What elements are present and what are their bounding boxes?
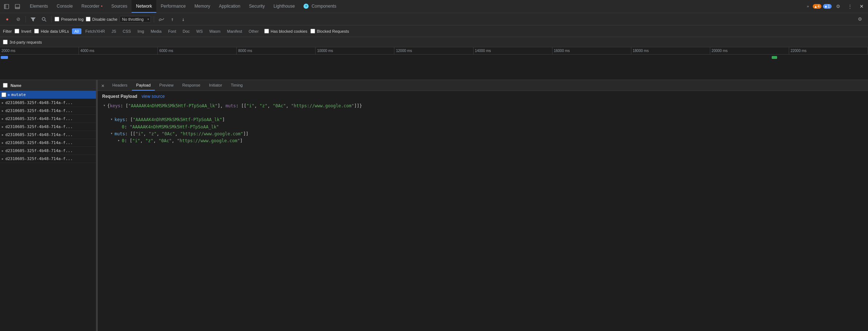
third-party-checkbox[interactable]: 3rd-party requests [3, 40, 42, 44]
request-item-6[interactable]: ▸ d2310605-325f-4b48-714a-f... [0, 139, 96, 147]
request-item-1[interactable]: ▸ d2310605-325f-4b48-714a-f... [0, 99, 96, 107]
request-name-5: d2310605-325f-4b48-714a-f... [5, 132, 95, 137]
tab-payload[interactable]: Payload [132, 80, 155, 91]
right-panel: ✕ Headers Payload Preview Response Initi… [98, 80, 868, 331]
tab-initiator[interactable]: Initiator [205, 80, 226, 91]
warning-badge: ▲4 [813, 4, 821, 9]
third-party-bar: 3rd-party requests [0, 37, 868, 47]
request-dot: ● [8, 93, 10, 97]
request-bullet-7: ▸ [1, 148, 4, 153]
filter-type-media[interactable]: Media [148, 28, 164, 34]
request-item-4[interactable]: ▸ d2310605-325f-4b48-714a-f... [0, 123, 96, 131]
tick-2000: 2000 ms [0, 47, 79, 54]
filter-label: Filter [3, 29, 12, 33]
request-name-7: d2310605-325f-4b48-714a-f... [5, 148, 95, 153]
recorder-dot-icon: ● [101, 4, 103, 8]
filter-type-wasm[interactable]: Wasm [207, 28, 223, 34]
download-icon[interactable]: ↓ [179, 15, 188, 24]
tab-components[interactable]: ⚛ Components [299, 0, 341, 13]
react-icon: ⚛ [304, 4, 309, 9]
request-checkbox-mutate[interactable] [1, 92, 6, 97]
close-detail-icon[interactable]: ✕ [99, 82, 107, 89]
request-item-7[interactable]: ▸ d2310605-325f-4b48-714a-f... [0, 147, 96, 155]
tick-16000: 16000 ms [552, 47, 631, 54]
invert-checkbox[interactable]: Invert [15, 29, 31, 33]
dock-icon[interactable] [1, 1, 12, 12]
triangle-muts-0[interactable] [117, 137, 121, 143]
record-button[interactable]: ● [3, 15, 12, 24]
devtools-icons [1, 1, 23, 12]
tab-console[interactable]: Console [52, 0, 77, 13]
request-bullet-8: ▸ [1, 156, 4, 161]
request-item-3[interactable]: ▸ d2310605-325f-4b48-714a-f... [0, 115, 96, 123]
tick-4000: 4000 ms [79, 47, 158, 54]
request-name-3: d2310605-325f-4b48-714a-f... [5, 116, 95, 121]
filter-type-manifest[interactable]: Manifest [225, 28, 245, 34]
tab-network[interactable]: Network [132, 0, 156, 13]
request-name-mutate: mutate [11, 92, 95, 97]
json-tree: {keys: ["AAAAAK4nDhMSMkSMk5Htf-PTpSoAA_l… [102, 103, 864, 144]
json-line-keys: keys: ["AAAAAK4nDhMSMkSMk5Htf-PTpSoAA_lk… [102, 116, 864, 123]
filter-icon[interactable] [29, 15, 37, 24]
has-blocked-cookies-checkbox[interactable]: Has blocked cookies [264, 29, 308, 33]
tab-performance[interactable]: Performance [156, 0, 190, 13]
request-item-mutate[interactable]: ● mutate [0, 91, 96, 99]
network-settings-icon[interactable]: ⚙ [855, 14, 865, 24]
tab-headers[interactable]: Headers [108, 80, 132, 91]
tab-security[interactable]: Security [245, 0, 269, 13]
throttle-select-input[interactable]: No throttling Slow 3G Fast 3G Offline [120, 16, 151, 23]
triangle-keys[interactable] [109, 116, 114, 122]
more-options-icon[interactable]: ⋮ [845, 1, 855, 12]
request-item-2[interactable]: ▸ d2310605-325f-4b48-714a-f... [0, 107, 96, 115]
name-column-header: Name [0, 80, 96, 91]
request-name-6: d2310605-325f-4b48-714a-f... [5, 140, 95, 145]
timeline-body [0, 55, 868, 80]
request-list: ● mutate ▸ d2310605-325f-4b48-714a-f... … [0, 91, 96, 331]
devtools-settings-icon[interactable]: ⚙ [833, 1, 843, 12]
tick-18000: 18000 ms [631, 47, 710, 54]
close-devtools-icon[interactable]: ✕ [856, 1, 867, 12]
upload-icon[interactable]: ↑ [168, 15, 177, 24]
toggle-drawer-icon[interactable] [12, 1, 23, 12]
overflow-btn[interactable]: » [804, 4, 811, 9]
select-all-checkbox[interactable] [3, 83, 8, 88]
svg-rect-1 [4, 4, 6, 9]
tab-memory[interactable]: Memory [190, 0, 214, 13]
request-bullet-4: ▸ [1, 124, 4, 129]
disable-cache-checkbox[interactable]: Disable cache [86, 17, 117, 21]
filter-type-ws[interactable]: WS [194, 28, 205, 34]
hide-data-urls-checkbox[interactable]: Hide data URLs [34, 29, 69, 33]
blocked-requests-checkbox[interactable]: Blocked Requests [310, 29, 349, 33]
request-bullet-1: ▸ [1, 100, 4, 105]
filter-type-css[interactable]: CSS [120, 28, 134, 34]
search-network-icon[interactable] [40, 15, 48, 24]
tab-lighthouse[interactable]: Lighthouse [269, 0, 299, 13]
tab-timing[interactable]: Timing [226, 80, 247, 91]
request-item-8[interactable]: ▸ d2310605-325f-4b48-714a-f... [0, 155, 96, 163]
tab-response[interactable]: Response [178, 80, 205, 91]
request-item-5[interactable]: ▸ d2310605-325f-4b48-714a-f... [0, 131, 96, 139]
tab-elements[interactable]: Elements [25, 0, 52, 13]
clear-button[interactable]: ⊘ [14, 15, 23, 24]
filter-type-fetch-xhr[interactable]: Fetch/XHR [83, 28, 108, 34]
payload-panel: Request Payload view source {keys: ["AAA… [98, 91, 868, 331]
tab-application[interactable]: Application [214, 0, 245, 13]
filter-type-img[interactable]: Img [135, 28, 146, 34]
filter-type-font[interactable]: Font [165, 28, 178, 34]
filter-type-js[interactable]: JS [109, 28, 119, 34]
throttle-selector[interactable]: No throttling Slow 3G Fast 3G Offline [120, 16, 151, 23]
filter-type-all[interactable]: All [72, 28, 81, 34]
tab-preview[interactable]: Preview [155, 80, 178, 91]
network-conditions-icon[interactable] [157, 15, 166, 24]
filter-type-other[interactable]: Other [246, 28, 261, 34]
triangle-root[interactable] [102, 103, 107, 108]
tab-sources[interactable]: Sources [107, 0, 132, 13]
tab-recorder[interactable]: Recorder ● [77, 0, 107, 13]
tick-20000: 20000 ms [710, 47, 789, 54]
request-bullet-3: ▸ [1, 116, 4, 121]
filter-type-doc[interactable]: Doc [180, 28, 192, 34]
preserve-log-checkbox[interactable]: Preserve log [55, 17, 84, 21]
view-source-link[interactable]: view source [142, 94, 165, 99]
triangle-muts[interactable] [109, 131, 114, 136]
tick-12000: 12000 ms [394, 47, 473, 54]
